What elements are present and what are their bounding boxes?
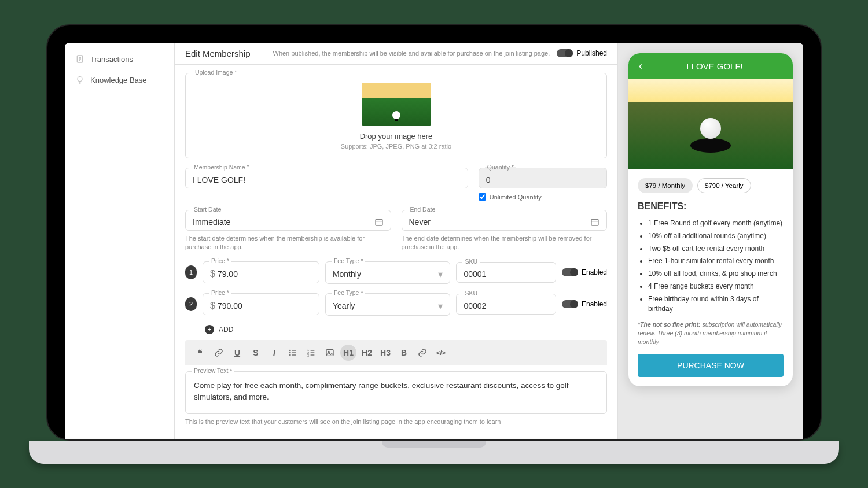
main-content: Edit Membership When published, the memb… [175, 43, 618, 439]
membership-name-input[interactable] [193, 175, 461, 184]
tool-link2[interactable] [414, 345, 431, 361]
tool-bullet-list[interactable] [285, 345, 301, 361]
calendar-icon[interactable] [590, 217, 599, 227]
benefit-item: Free 1-hour simulator rental every month [648, 256, 784, 266]
phone-header: I LOVE GOLF! [628, 53, 793, 79]
pricing-pills: $79 / Monthly $790 / Yearly [638, 178, 784, 193]
enabled-toggle[interactable]: Enabled [562, 268, 607, 276]
sku-input[interactable] [464, 301, 549, 310]
fee-type-field[interactable]: Fee Type * ▾ [325, 293, 451, 316]
price-field[interactable]: Price * $ [203, 261, 319, 283]
benefit-item: 10% off all food, drinks, & pro shop mer… [648, 269, 784, 279]
tool-h2[interactable]: H2 [359, 345, 375, 361]
benefits-heading: BENEFITS: [638, 201, 784, 212]
preview-text-input[interactable]: Come play for free each month, complimen… [194, 380, 598, 404]
start-date-input[interactable] [193, 217, 371, 227]
back-icon[interactable] [637, 62, 645, 71]
tool-bold[interactable]: B [396, 345, 412, 361]
preview-text-field[interactable]: Preview Text * Come play for free each m… [185, 371, 607, 415]
upload-preview-image [362, 83, 431, 126]
upload-image-field[interactable]: Upload Image * Drop your image here Supp… [185, 73, 607, 158]
tool-underline[interactable]: U [229, 345, 245, 361]
benefits-list: 1 Free Round of golf every month (anytim… [638, 219, 784, 313]
fee-type-select[interactable] [333, 269, 435, 279]
svg-point-4 [289, 349, 291, 351]
svg-rect-15 [311, 354, 315, 355]
tool-strike[interactable]: S [248, 345, 264, 361]
price-row: 1 Price * $ Fee Type * ▾ SKU Enabled [185, 261, 607, 284]
calendar-icon[interactable] [374, 217, 384, 227]
quantity-input [486, 175, 599, 184]
plus-icon: + [205, 325, 214, 334]
purchase-button[interactable]: PURCHASE NOW [638, 354, 784, 377]
upload-drop-text: Drop your image here [194, 132, 598, 141]
price-input[interactable] [218, 301, 312, 310]
lightbulb-icon [75, 75, 84, 84]
tool-number-list[interactable]: 123 [303, 345, 319, 361]
sku-input[interactable] [464, 269, 549, 279]
start-date-helper: The start date determines when the membe… [185, 234, 391, 252]
pill-yearly[interactable]: $790 / Yearly [697, 178, 751, 193]
price-field[interactable]: Price * $ [203, 293, 319, 315]
preview-helper: This is the preview text that your custo… [185, 417, 607, 426]
chevron-down-icon[interactable]: ▾ [438, 301, 443, 312]
row-number: 2 [185, 297, 197, 311]
add-price-button[interactable]: + ADD [205, 325, 607, 334]
svg-rect-13 [311, 350, 315, 350]
transactions-icon [75, 54, 84, 64]
unlimited-checkbox[interactable] [479, 193, 486, 201]
pill-monthly[interactable]: $79 / Monthly [638, 178, 693, 193]
end-date-field[interactable]: End Date [402, 210, 608, 231]
benefit-item: 1 Free Round of golf every month (anytim… [648, 219, 784, 228]
chevron-down-icon[interactable]: ▾ [438, 269, 443, 280]
benefit-item: Free birthday round within 3 days of bir… [648, 294, 784, 314]
svg-rect-2 [376, 219, 382, 225]
tool-italic[interactable]: I [266, 345, 282, 361]
phone-title: I LOVE GOLF! [645, 61, 785, 71]
row-number: 1 [185, 265, 197, 279]
benefit-item: 10% off all additional rounds (anytime) [648, 231, 784, 241]
benefit-item: Two $5 off cart fee rental every month [648, 244, 784, 254]
tool-h1[interactable]: H1 [340, 345, 356, 361]
tool-h3[interactable]: H3 [377, 345, 393, 361]
end-date-helper: The end date determines when the members… [402, 234, 608, 252]
svg-rect-8 [292, 352, 296, 353]
tool-image[interactable] [322, 345, 338, 361]
page-header: Edit Membership When published, the memb… [175, 43, 617, 65]
unlimited-checkbox-row[interactable]: Unlimited Quantity [479, 193, 607, 201]
published-label: Published [576, 49, 607, 57]
quantity-field: Quantity * [479, 168, 607, 188]
tool-link[interactable] [211, 345, 227, 361]
sku-field[interactable]: SKU [456, 294, 556, 315]
sidebar-label: Knowledge Base [90, 76, 147, 84]
editor-toolbar: ❝ U S I 123 [185, 340, 607, 365]
sku-field[interactable]: SKU [456, 262, 556, 283]
svg-point-6 [289, 354, 291, 356]
published-toggle[interactable]: Published [557, 49, 607, 57]
start-date-field[interactable]: Start Date [185, 210, 391, 231]
benefit-item: 4 Free range buckets every month [648, 282, 784, 291]
upload-supports: Supports: JPG, JPEG, PNG at 3:2 ratio [194, 143, 598, 150]
sidebar-item-knowledge[interactable]: Knowledge Base [65, 69, 174, 90]
fine-print: *The not so fine print: subscription wil… [638, 320, 784, 346]
svg-rect-3 [591, 219, 598, 225]
tool-code[interactable]: </> [433, 345, 449, 361]
sidebar-item-transactions[interactable]: Transactions [65, 49, 174, 69]
svg-rect-16 [326, 349, 333, 356]
fee-type-select[interactable] [333, 301, 435, 310]
upload-legend: Upload Image * [193, 69, 239, 76]
membership-name-field[interactable]: Membership Name * [185, 168, 468, 188]
phone-preview-pane: I LOVE GOLF! $79 / Monthly $790 / Yearly… [618, 43, 803, 439]
tool-quote[interactable]: ❝ [192, 345, 208, 361]
svg-rect-14 [311, 352, 315, 353]
page-title: Edit Membership [185, 49, 251, 58]
svg-rect-7 [292, 350, 296, 350]
enabled-toggle[interactable]: Enabled [562, 300, 607, 308]
fee-type-field[interactable]: Fee Type * ▾ [325, 261, 451, 284]
sidebar-label: Transactions [90, 55, 133, 64]
price-input[interactable] [218, 269, 312, 279]
end-date-input[interactable] [409, 217, 587, 227]
svg-point-1 [78, 77, 82, 82]
sidebar: Transactions Knowledge Base [65, 43, 175, 439]
svg-point-5 [289, 352, 291, 353]
